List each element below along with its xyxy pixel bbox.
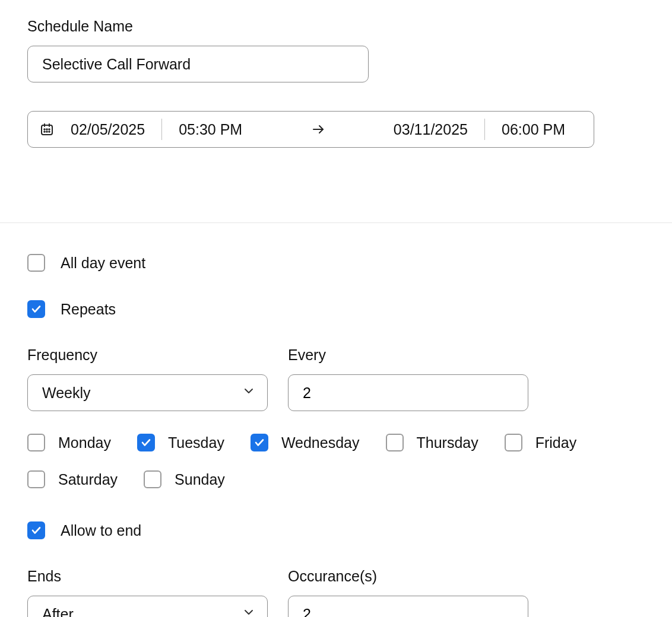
day-checkbox-friday[interactable] xyxy=(505,434,522,451)
day-item: Thursday xyxy=(386,434,478,451)
ends-label: Ends xyxy=(27,568,268,585)
ends-select[interactable]: After xyxy=(27,596,268,617)
day-item: Friday xyxy=(505,434,576,451)
all-day-label: All day event xyxy=(61,255,145,272)
every-label: Every xyxy=(288,346,528,364)
day-label: Saturday xyxy=(58,471,118,488)
svg-point-7 xyxy=(46,131,47,132)
day-checkbox-thursday[interactable] xyxy=(386,434,404,451)
day-checkbox-monday[interactable] xyxy=(27,434,45,451)
svg-point-4 xyxy=(46,129,47,130)
occurrences-label: Occurance(s) xyxy=(288,568,528,585)
end-date[interactable]: 03/11/2025 xyxy=(377,121,484,138)
start-date[interactable]: 02/05/2025 xyxy=(54,121,161,138)
arrow-right-icon xyxy=(259,122,377,136)
occurrences-input[interactable] xyxy=(288,596,528,617)
all-day-checkbox[interactable] xyxy=(27,254,45,272)
day-checkbox-wednesday[interactable] xyxy=(251,434,268,451)
day-checkbox-saturday[interactable] xyxy=(27,470,45,488)
svg-point-8 xyxy=(49,131,50,132)
svg-point-5 xyxy=(49,129,50,130)
calendar-icon xyxy=(40,122,54,136)
allow-end-label: Allow to end xyxy=(61,522,141,539)
schedule-name-label: Schedule Name xyxy=(27,18,645,35)
day-label: Friday xyxy=(535,434,576,451)
day-checkbox-tuesday[interactable] xyxy=(137,434,155,451)
day-label: Wednesday xyxy=(281,434,360,451)
date-range-picker[interactable]: 02/05/2025 05:30 PM 03/11/2025 06:00 PM xyxy=(27,111,594,148)
schedule-name-input[interactable] xyxy=(27,46,369,82)
frequency-select[interactable]: Weekly xyxy=(27,374,268,411)
frequency-label: Frequency xyxy=(27,346,268,364)
day-item: Tuesday xyxy=(137,434,224,451)
every-input[interactable] xyxy=(288,374,528,411)
frequency-value: Weekly xyxy=(42,384,91,402)
start-time[interactable]: 05:30 PM xyxy=(162,121,259,138)
day-checkbox-sunday[interactable] xyxy=(144,470,161,488)
day-item: Wednesday xyxy=(251,434,360,451)
day-item: Monday xyxy=(27,434,111,451)
end-time[interactable]: 06:00 PM xyxy=(485,121,582,138)
svg-point-6 xyxy=(44,131,45,132)
day-item: Sunday xyxy=(144,470,225,488)
day-label: Sunday xyxy=(175,471,225,488)
day-item: Saturday xyxy=(27,470,118,488)
day-label: Tuesday xyxy=(168,434,224,451)
repeats-label: Repeats xyxy=(61,301,116,318)
days-of-week: MondayTuesdayWednesdayThursdayFridaySatu… xyxy=(27,434,621,488)
ends-value: After xyxy=(42,606,74,618)
allow-end-checkbox[interactable] xyxy=(27,521,45,539)
svg-point-3 xyxy=(44,129,45,130)
day-label: Monday xyxy=(58,434,111,451)
day-label: Thursday xyxy=(417,434,478,451)
repeats-checkbox[interactable] xyxy=(27,300,45,318)
